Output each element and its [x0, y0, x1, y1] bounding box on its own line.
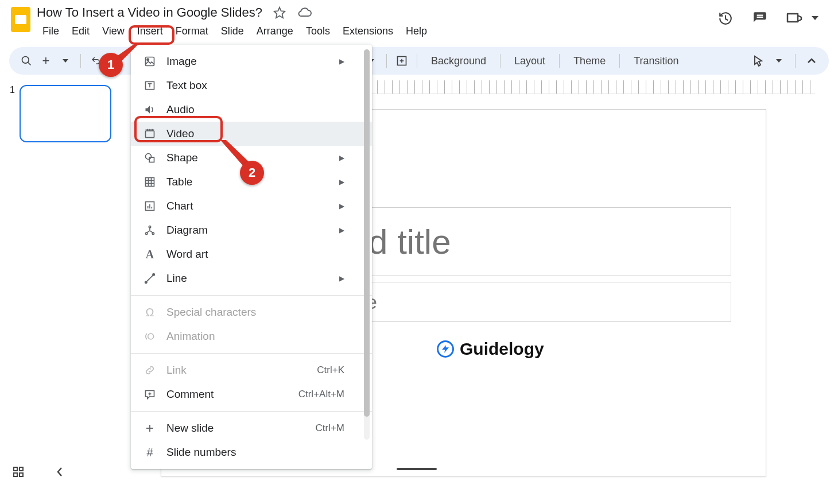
collapse-toolbar-icon[interactable]: [804, 52, 820, 70]
insert-image-item[interactable]: Image ▶: [131, 49, 372, 73]
menu-item-shortcut: Ctrl+Alt+M: [298, 389, 344, 400]
cloud-saved-icon[interactable]: [297, 5, 313, 21]
hash-icon: #: [143, 446, 156, 459]
toolbar-separator: [795, 54, 796, 68]
svg-line-43: [150, 231, 153, 232]
submenu-arrow-icon: ▶: [339, 178, 344, 186]
shape-icon: [143, 152, 156, 164]
dropdown-scrollbar-thumb[interactable]: [364, 49, 370, 417]
grid-view-icon[interactable]: [9, 463, 28, 481]
menu-edit[interactable]: Edit: [66, 23, 95, 40]
menu-item-shortcut: Ctrl+M: [315, 422, 344, 434]
star-icon[interactable]: [271, 5, 288, 21]
present-dropdown-icon[interactable]: [806, 9, 824, 28]
menu-bar: File Edit View Insert Format Slide Arran…: [37, 22, 716, 40]
version-history-icon[interactable]: [716, 9, 735, 28]
slide-thumbnail-panel: 1: [0, 75, 121, 493]
insert-comment-item[interactable]: Comment Ctrl+Alt+M: [131, 382, 372, 406]
svg-point-47: [148, 334, 154, 339]
diagram-icon: [143, 224, 156, 236]
svg-point-46: [153, 274, 154, 276]
svg-rect-14: [20, 467, 23, 471]
search-menus-icon[interactable]: [18, 52, 34, 70]
present-icon[interactable]: [785, 9, 804, 28]
audio-icon: [143, 104, 156, 115]
callout-badge-2: 2: [240, 161, 264, 185]
menu-separator: [131, 353, 372, 354]
background-button[interactable]: Background: [424, 52, 493, 70]
menu-item-label: Line: [166, 272, 187, 285]
table-icon: [143, 176, 156, 188]
insert-animation-item: Animation: [131, 324, 372, 348]
menu-item-label: Shape: [166, 152, 198, 164]
wordart-icon: A: [143, 248, 156, 261]
menu-view[interactable]: View: [96, 23, 130, 40]
insert-textbox-item[interactable]: Text box: [131, 73, 372, 98]
line-icon: [143, 273, 156, 284]
svg-line-44: [146, 274, 153, 282]
cursor-mode-icon[interactable]: [750, 52, 766, 70]
svg-point-18: [147, 59, 149, 60]
dropdown-scrollbar[interactable]: [364, 49, 370, 440]
submenu-arrow-icon: ▶: [339, 226, 344, 234]
svg-rect-1: [15, 15, 26, 24]
insert-special-characters-item: Ω Special characters: [131, 300, 372, 324]
callout-badge-1: 1: [99, 53, 123, 77]
insert-dropdown-menu: Image ▶ Text box Audio Video Shape ▶ Tab…: [131, 45, 372, 469]
toolbar-separator: [500, 54, 501, 68]
svg-point-27: [146, 154, 152, 160]
svg-rect-15: [14, 473, 17, 476]
toolbar-separator: [417, 54, 417, 68]
menu-tools[interactable]: Tools: [300, 23, 336, 40]
menu-file[interactable]: File: [37, 23, 65, 40]
transition-button[interactable]: Transition: [627, 52, 685, 70]
svg-point-4: [22, 57, 29, 64]
layout-button[interactable]: Layout: [507, 52, 552, 70]
svg-marker-6: [63, 59, 68, 63]
menu-item-label: Animation: [166, 330, 215, 343]
plus-icon: [143, 423, 156, 433]
menu-arrange[interactable]: Arrange: [251, 23, 299, 40]
insert-wordart-item[interactable]: A Word art: [131, 242, 372, 266]
menu-item-shortcut: Ctrl+K: [317, 365, 344, 376]
menu-item-label: Slide numbers: [166, 446, 236, 459]
menu-slide[interactable]: Slide: [215, 23, 250, 40]
document-title[interactable]: How To Insert a Video in Google Slides?: [37, 5, 262, 20]
insert-line-item[interactable]: Line ▶: [131, 266, 372, 290]
speaker-notes-handle[interactable]: [397, 468, 437, 470]
toolbar-separator: [559, 54, 560, 68]
menu-insert[interactable]: Insert: [131, 23, 169, 40]
prev-slide-icon[interactable]: [51, 463, 69, 481]
svg-rect-28: [149, 157, 154, 162]
bottom-bar: [9, 463, 69, 481]
insert-diagram-item[interactable]: Diagram ▶: [131, 218, 372, 242]
cursor-mode-dropdown-icon[interactable]: [771, 52, 787, 70]
insert-slide-numbers-item[interactable]: # Slide numbers: [131, 440, 372, 464]
header: How To Insert a Video in Google Slides? …: [0, 0, 838, 40]
svg-point-45: [145, 281, 147, 283]
workspace: 1 Click to add title Click to add subtit…: [0, 75, 838, 493]
menu-format[interactable]: Format: [170, 23, 214, 40]
menu-item-label: Comment: [166, 388, 214, 401]
special-characters-icon: Ω: [143, 306, 156, 319]
new-slide-dropdown-icon[interactable]: [57, 52, 73, 70]
new-slide-button[interactable]: +: [38, 52, 54, 70]
slides-app-icon[interactable]: [9, 5, 32, 34]
theme-button[interactable]: Theme: [567, 52, 612, 70]
link-icon: [143, 365, 156, 376]
svg-rect-22: [146, 131, 154, 138]
slide-thumbnail-1[interactable]: [20, 85, 111, 142]
toolbar-separator: [80, 54, 81, 68]
menu-extensions[interactable]: Extensions: [337, 23, 399, 40]
menu-help[interactable]: Help: [400, 23, 433, 40]
insert-audio-item[interactable]: Audio: [131, 98, 372, 122]
insert-new-slide-item[interactable]: New slide Ctrl+M: [131, 416, 372, 440]
comments-icon[interactable]: [751, 9, 769, 28]
watermark-text: Guidelogy: [460, 339, 544, 359]
insert-textbox-icon[interactable]: [394, 52, 410, 70]
menu-item-label: Link: [166, 364, 187, 377]
insert-link-item: Link Ctrl+K: [131, 358, 372, 382]
insert-chart-item[interactable]: Chart ▶: [131, 194, 372, 218]
svg-rect-29: [146, 178, 154, 187]
svg-rect-13: [14, 467, 17, 471]
